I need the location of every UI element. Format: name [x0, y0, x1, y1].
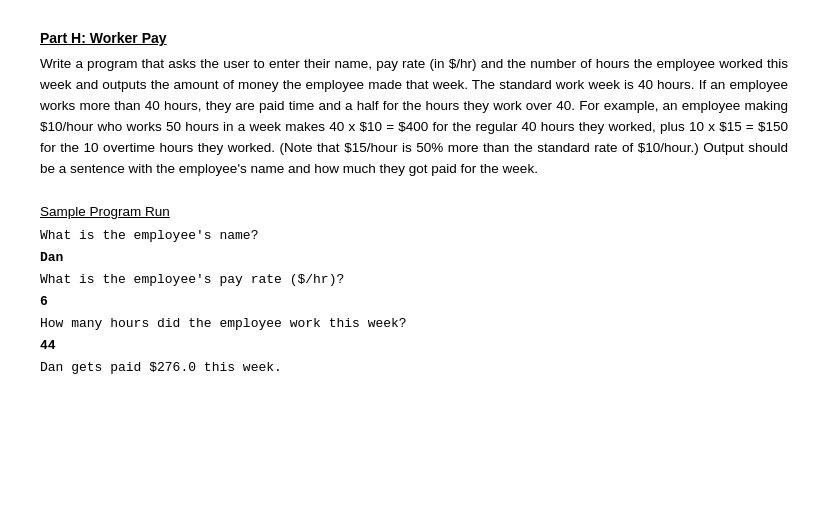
code-line: Dan [40, 247, 788, 269]
code-line: How many hours did the employee work thi… [40, 313, 788, 335]
code-line: 44 [40, 335, 788, 357]
code-line: What is the employee's pay rate ($/hr)? [40, 269, 788, 291]
sample-run-title: Sample Program Run [40, 204, 788, 219]
sample-run-section: Sample Program Run What is the employee'… [40, 204, 788, 380]
description-text: Write a program that asks the user to en… [40, 54, 788, 180]
code-line: Dan gets paid $276.0 this week. [40, 357, 788, 379]
code-block: What is the employee's name?DanWhat is t… [40, 225, 788, 380]
code-line: What is the employee's name? [40, 225, 788, 247]
section-title: Part H: Worker Pay [40, 30, 788, 46]
page-container: Part H: Worker Pay Write a program that … [0, 0, 828, 525]
code-line: 6 [40, 291, 788, 313]
